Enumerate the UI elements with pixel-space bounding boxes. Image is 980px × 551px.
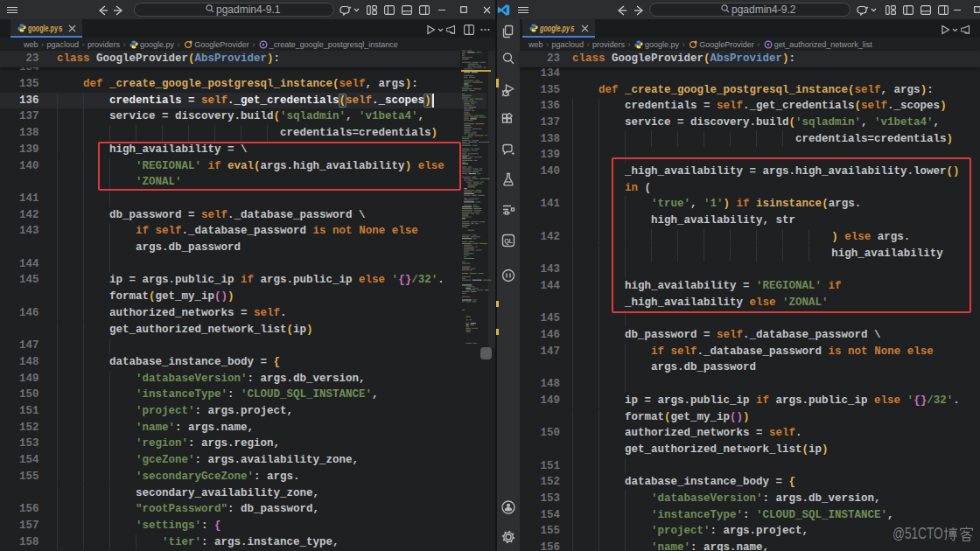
svg-text:QL: QL	[504, 238, 513, 245]
